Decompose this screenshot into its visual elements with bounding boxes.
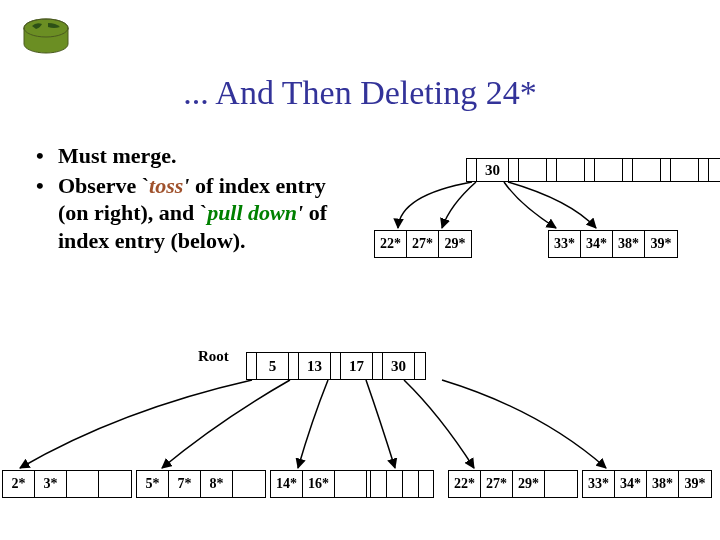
page-title: ... And Then Deleting 24* bbox=[0, 74, 720, 112]
upper-leaf-0: 22*27*29* bbox=[374, 230, 472, 258]
upper-internal-node: 30 bbox=[466, 158, 720, 182]
bullet-2-text: Observe `toss' of index entry (on right)… bbox=[58, 172, 356, 255]
bullet-1-text: Must merge. bbox=[58, 142, 356, 170]
bullet-2: • Observe `toss' of index entry (on righ… bbox=[36, 172, 356, 255]
root-label: Root bbox=[198, 348, 229, 365]
lower-leaf-4: 22*27*29* bbox=[448, 470, 578, 498]
database-icon bbox=[18, 14, 82, 66]
bullet-list: • Must merge. • Observe `toss' of index … bbox=[36, 142, 356, 256]
lower-leaf-3 bbox=[370, 470, 434, 498]
upper-leaf-1: 33*34*38*39* bbox=[548, 230, 678, 258]
lower-leaf-5: 33*34*38*39* bbox=[582, 470, 712, 498]
lower-leaf-0: 2*3* bbox=[2, 470, 132, 498]
lower-internal-node: 5131730 bbox=[246, 352, 426, 380]
lower-leaf-1: 5*7*8* bbox=[136, 470, 266, 498]
bullet-1: • Must merge. bbox=[36, 142, 356, 170]
